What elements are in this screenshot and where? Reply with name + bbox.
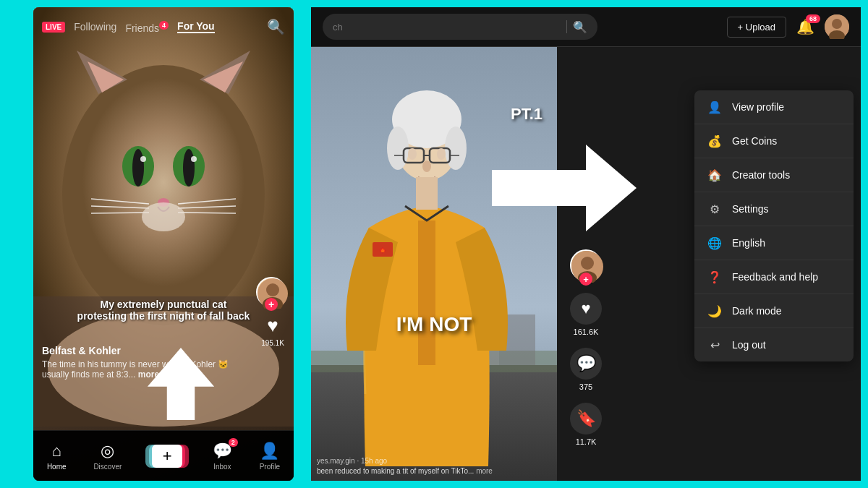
like-action[interactable]: ♥ 195.1K xyxy=(259,312,286,347)
like-count: 161.6K xyxy=(574,328,599,336)
mobile-top-bar: LIVE Following Friends4 For You 🔍 xyxy=(33,7,294,46)
home-label: Home xyxy=(47,463,67,471)
dropdown-item-creator-tools[interactable]: 🏠Creator tools xyxy=(694,158,854,192)
svg-point-53 xyxy=(581,257,594,270)
svg-point-12 xyxy=(191,156,197,162)
feedback-label: Feedback and help xyxy=(732,271,818,283)
dropdown-item-english[interactable]: 🌐English xyxy=(694,226,854,260)
svg-text:🍁: 🍁 xyxy=(379,247,386,254)
follow-plus-button[interactable]: + xyxy=(265,298,278,311)
live-badge[interactable]: LIVE xyxy=(42,22,65,33)
svg-point-47 xyxy=(422,160,431,172)
add-button[interactable]: + xyxy=(149,445,185,468)
nav-home[interactable]: ⌂ Home xyxy=(47,442,67,471)
discover-icon: ◎ xyxy=(101,442,114,461)
for-you-tab[interactable]: For You xyxy=(177,20,215,33)
creator-tools-label: Creator tools xyxy=(732,169,790,181)
notifications-button[interactable]: 🔔 68 xyxy=(796,18,814,35)
nav-profile[interactable]: 👤 Profile xyxy=(260,442,280,471)
feedback-icon: ❓ xyxy=(707,270,722,284)
svg-marker-27 xyxy=(492,145,637,231)
view-profile-icon: 👤 xyxy=(707,100,722,114)
get-coins-icon: 💰 xyxy=(707,134,722,148)
search-bar[interactable]: 🔍 xyxy=(323,14,597,40)
profile-icon: 👤 xyxy=(260,442,279,461)
settings-icon: ⚙ xyxy=(707,202,722,216)
notifications-badge: 68 xyxy=(806,14,820,23)
video-bottom-info: yes.may.gin · 15h ago been reduced to ma… xyxy=(317,457,551,475)
dropdown-item-get-coins[interactable]: 💰Get Coins xyxy=(694,124,854,158)
svg-line-19 xyxy=(178,213,236,213)
svg-point-11 xyxy=(140,156,146,162)
dropdown-item-view-profile[interactable]: 👤View profile xyxy=(694,90,854,124)
svg-point-10 xyxy=(183,149,195,187)
creator-tools-icon: 🏠 xyxy=(707,168,722,182)
desktop-side-actions: + ♥ 161.6K 💬 375 🔖 11.7K xyxy=(557,47,615,481)
pt1-text: PT.1 xyxy=(511,105,542,124)
bookmark-count: 11.7K xyxy=(576,437,597,446)
desktop-content: 🍁 PT.1 I'M NOT yes.may.gin · 15h ago bee… xyxy=(311,47,861,481)
nav-add[interactable]: + xyxy=(149,445,185,468)
svg-point-24 xyxy=(266,283,279,296)
logout-label: Log out xyxy=(732,339,766,351)
heart-icon: ♥ xyxy=(570,293,602,325)
comment-count: 375 xyxy=(579,382,592,391)
desktop-avatar-image: + xyxy=(570,249,602,281)
desktop-video-background: 🍁 PT.1 I'M NOT yes.may.gin · 15h ago bee… xyxy=(311,47,557,481)
nav-discover[interactable]: ◎ Discover xyxy=(93,442,122,471)
video-timestamp: yes.may.gin · 15h ago xyxy=(317,457,551,465)
desktop-video-area: 🍁 PT.1 I'M NOT yes.may.gin · 15h ago bee… xyxy=(311,47,557,481)
search-icon[interactable]: 🔍 xyxy=(267,18,285,35)
mobile-bottom-nav: ⌂ Home ◎ Discover + 💬 2 Inbox 👤 Profile xyxy=(33,430,294,481)
dark-mode-icon: 🌙 xyxy=(707,304,722,318)
english-label: English xyxy=(732,237,765,249)
dropdown-item-dark-mode[interactable]: 🌙Dark mode xyxy=(694,294,854,328)
comment-icon: 💬 xyxy=(570,348,602,380)
creator-avatar-area: + xyxy=(256,277,286,307)
svg-point-46 xyxy=(437,148,446,160)
desktop-creator-avatar[interactable]: + xyxy=(570,249,602,281)
mobile-tabs: LIVE Following Friends4 For You xyxy=(42,20,215,34)
dark-mode-label: Dark mode xyxy=(732,305,781,317)
desktop-follow-button[interactable]: + xyxy=(579,273,592,286)
creator-avatar[interactable]: + xyxy=(256,277,286,307)
friends-tab[interactable]: Friends4 xyxy=(125,20,169,34)
svg-point-45 xyxy=(408,148,417,160)
search-input[interactable] xyxy=(333,22,561,33)
video-description: been reduced to making a tit of myself o… xyxy=(317,467,551,475)
arrow-down xyxy=(137,348,224,423)
arrow-right xyxy=(492,145,637,234)
search-submit-icon[interactable]: 🔍 xyxy=(573,20,587,34)
bookmark-icon: 🔖 xyxy=(570,403,602,435)
svg-line-16 xyxy=(91,213,149,213)
english-icon: 🌐 xyxy=(707,236,722,250)
desktop-top-actions: + Upload 🔔 68 xyxy=(727,14,849,39)
desktop-like-action[interactable]: ♥ 161.6K xyxy=(570,293,602,336)
settings-label: Settings xyxy=(732,203,769,215)
svg-point-9 xyxy=(132,149,144,187)
dropdown-item-feedback[interactable]: ❓Feedback and help xyxy=(694,260,854,294)
inbox-badge: 2 xyxy=(229,438,238,447)
svg-marker-26 xyxy=(148,348,214,420)
svg-point-29 xyxy=(832,19,842,29)
nav-inbox[interactable]: 💬 2 Inbox xyxy=(213,442,232,471)
discover-label: Discover xyxy=(93,463,122,471)
upload-button[interactable]: + Upload xyxy=(727,17,786,38)
heart-icon: ♥ xyxy=(259,312,286,339)
inbox-label: Inbox xyxy=(213,463,231,471)
view-profile-label: View profile xyxy=(732,101,784,113)
logout-icon: ↩ xyxy=(707,338,722,352)
more-link[interactable]: more xyxy=(476,467,493,475)
user-avatar-button[interactable] xyxy=(825,14,849,39)
following-tab[interactable]: Following xyxy=(74,21,116,33)
search-divider xyxy=(566,20,567,33)
dropdown-menu: 👤View profile💰Get Coins🏠Creator tools⚙Se… xyxy=(694,90,854,361)
like-count: 195.1K xyxy=(261,339,284,347)
svg-point-2 xyxy=(62,65,265,325)
desktop-comment-action[interactable]: 💬 375 xyxy=(570,348,602,391)
dropdown-item-logout[interactable]: ↩Log out xyxy=(694,328,854,361)
svg-rect-49 xyxy=(416,177,438,210)
im-not-text: I'M NOT xyxy=(396,313,472,336)
desktop-bookmark-action[interactable]: 🔖 11.7K xyxy=(570,403,602,446)
dropdown-item-settings[interactable]: ⚙Settings xyxy=(694,192,854,226)
